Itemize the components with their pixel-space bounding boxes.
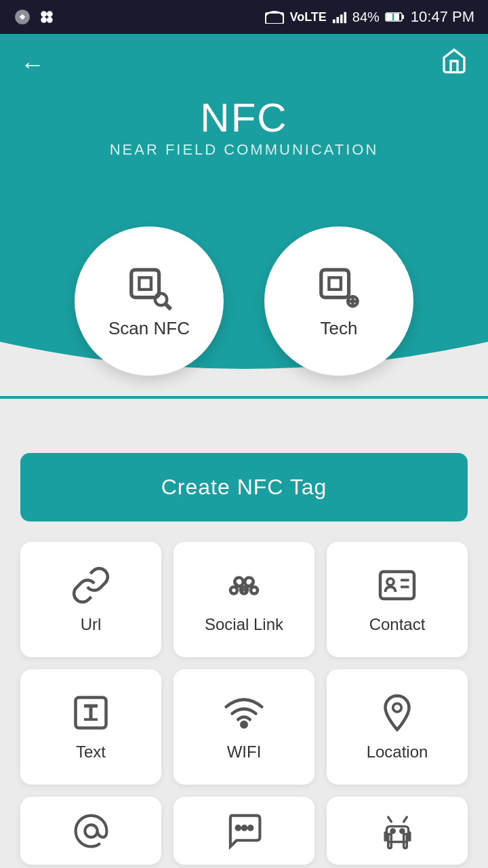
svg-point-36 bbox=[85, 825, 97, 837]
battery-icon bbox=[385, 12, 405, 22]
svg-point-3 bbox=[41, 17, 47, 23]
text-icon bbox=[70, 692, 111, 733]
status-bar: VoLTE 84% 10:47 PM bbox=[0, 0, 488, 34]
svg-line-43 bbox=[388, 816, 391, 821]
android-icon bbox=[379, 812, 416, 850]
svg-point-37 bbox=[236, 826, 240, 830]
svg-point-46 bbox=[401, 829, 404, 833]
at-icon bbox=[73, 812, 110, 850]
network-type: VoLTE bbox=[289, 10, 326, 24]
app-icon-2 bbox=[38, 8, 56, 26]
social-icon bbox=[224, 565, 264, 606]
svg-point-23 bbox=[230, 587, 237, 594]
wifi-label: WIFI bbox=[227, 743, 262, 762]
svg-point-35 bbox=[393, 703, 402, 712]
location-icon bbox=[377, 692, 418, 733]
social-link-option[interactable]: Social Link bbox=[174, 542, 314, 657]
title-section: NFC NEAR FIELD COMMUNICATION bbox=[0, 87, 488, 172]
svg-rect-17 bbox=[321, 269, 349, 297]
svg-point-1 bbox=[41, 11, 47, 17]
home-button[interactable] bbox=[441, 47, 468, 81]
scan-nfc-button[interactable]: Scan NFC bbox=[75, 226, 224, 376]
app-subtitle: NEAR FIELD COMMUNICATION bbox=[0, 141, 488, 159]
wifi-option[interactable]: WIFI bbox=[174, 669, 314, 785]
svg-line-16 bbox=[166, 304, 171, 309]
circles-section: Scan NFC Tech bbox=[0, 172, 488, 342]
contact-icon bbox=[377, 565, 418, 606]
tech-icon bbox=[315, 264, 363, 311]
android-option[interactable] bbox=[327, 797, 468, 865]
svg-point-2 bbox=[47, 11, 53, 17]
svg-point-34 bbox=[241, 722, 247, 728]
svg-rect-14 bbox=[131, 269, 159, 297]
link-icon bbox=[70, 565, 111, 606]
email-option[interactable] bbox=[20, 797, 161, 865]
time: 10:47 PM bbox=[411, 8, 474, 26]
svg-point-45 bbox=[391, 829, 394, 833]
battery-percent: 84% bbox=[352, 9, 380, 25]
svg-point-39 bbox=[248, 826, 252, 830]
svg-point-38 bbox=[242, 826, 246, 830]
svg-point-27 bbox=[387, 578, 394, 585]
svg-rect-26 bbox=[380, 572, 414, 599]
app-title: NFC bbox=[0, 94, 488, 141]
signal-bars bbox=[332, 9, 347, 24]
scan-nfc-icon bbox=[125, 264, 173, 311]
status-right: VoLTE 84% 10:47 PM bbox=[265, 8, 474, 26]
text-label: Text bbox=[76, 743, 106, 762]
cast-icon bbox=[265, 10, 284, 24]
url-option[interactable]: Url bbox=[20, 542, 161, 657]
svg-point-15 bbox=[155, 293, 167, 305]
bottom-options-grid bbox=[20, 797, 468, 865]
svg-point-25 bbox=[251, 587, 258, 594]
tech-label: Tech bbox=[321, 318, 358, 339]
create-nfc-tag-button[interactable]: Create NFC Tag bbox=[20, 453, 468, 521]
contact-label: Contact bbox=[369, 615, 426, 634]
svg-rect-5 bbox=[266, 13, 283, 24]
svg-rect-7 bbox=[336, 17, 339, 23]
chat-icon bbox=[226, 812, 263, 850]
url-label: Url bbox=[81, 615, 102, 634]
content-area: Create NFC Tag Url Social Link bbox=[0, 399, 488, 868]
location-option[interactable]: Location bbox=[327, 669, 468, 785]
header-area: ← NFC NEAR FIELD COMMUNICATION Scan NFC bbox=[0, 34, 488, 399]
svg-rect-9 bbox=[344, 12, 346, 23]
svg-line-44 bbox=[403, 816, 407, 821]
options-grid: Url Social Link Contact bbox=[20, 542, 468, 785]
social-link-label: Social Link bbox=[205, 615, 283, 634]
svg-rect-8 bbox=[340, 14, 343, 23]
wave-divider bbox=[0, 342, 488, 396]
text-option[interactable]: Text bbox=[20, 669, 161, 785]
svg-point-4 bbox=[47, 17, 53, 23]
sms-option[interactable] bbox=[174, 797, 314, 865]
tech-button[interactable]: Tech bbox=[264, 226, 413, 376]
location-label: Location bbox=[367, 743, 428, 762]
svg-rect-11 bbox=[402, 15, 404, 19]
status-left bbox=[14, 8, 56, 26]
wifi-icon bbox=[224, 692, 264, 733]
contact-option[interactable]: Contact bbox=[327, 542, 468, 657]
scan-nfc-label: Scan NFC bbox=[108, 318, 190, 339]
nav-bar: ← bbox=[0, 34, 488, 87]
back-button[interactable]: ← bbox=[20, 50, 45, 79]
app-icon-1 bbox=[14, 8, 31, 26]
svg-rect-6 bbox=[333, 20, 336, 23]
